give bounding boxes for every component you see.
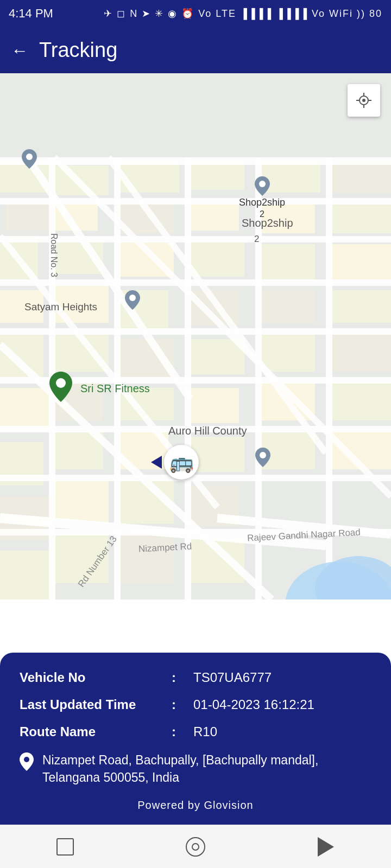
svg-point-85 — [24, 757, 29, 762]
svg-rect-4 — [0, 290, 43, 323]
svg-rect-30 — [190, 241, 244, 277]
svg-rect-63 — [255, 157, 262, 599]
svg-rect-41 — [261, 334, 315, 372]
status-bar: 4:14 PM ✈ ◻ N ➤ ✳ ◉ ⏰ Vo LTE ▐▐▐▐ ▐▐▐▐ V… — [0, 0, 391, 27]
address-pin-icon — [20, 752, 34, 775]
svg-rect-48 — [331, 334, 391, 372]
square-icon — [56, 838, 74, 856]
location-icon — [355, 92, 373, 109]
vehicle-info-panel: Vehicle No : TS07UA6777 Last Updated Tim… — [0, 653, 391, 825]
route-name-row: Route Name : R10 — [20, 724, 371, 739]
map-area: Shop2ship2 🚌 Road No. 3 Satyam Heights S… — [0, 73, 391, 599]
address-row: Nizampet Road, Bachupally, [Bachupally m… — [20, 751, 371, 786]
map-background — [0, 73, 391, 599]
address-text: Nizampet Road, Bachupally, [Bachupally m… — [42, 751, 371, 786]
route-name-value: R10 — [193, 724, 217, 739]
last-updated-label: Last Updated Time — [20, 697, 172, 712]
powered-by: Powered by Glovision — [20, 799, 371, 816]
last-updated-value: 01-04-2023 16:12:21 — [193, 697, 314, 712]
svg-rect-40 — [261, 290, 315, 323]
circle-inner-icon — [192, 843, 199, 851]
vehicle-no-value: TS07UA6777 — [193, 670, 272, 685]
vehicle-no-colon: : — [172, 670, 182, 685]
signal-icons: ✈ ◻ N ➤ ✳ ◉ ⏰ Vo LTE ▐▐▐▐ ▐▐▐▐ Vo WiFi )… — [104, 8, 382, 20]
svg-rect-64 — [326, 157, 332, 599]
svg-rect-33 — [190, 388, 239, 423]
last-updated-row: Last Updated Time : 01-04-2023 16:12:21 — [20, 697, 371, 712]
nav-home-button[interactable] — [180, 832, 211, 862]
route-name-label: Route Name — [20, 724, 172, 739]
circle-icon — [186, 837, 205, 857]
svg-rect-60 — [49, 157, 55, 599]
svg-rect-6 — [0, 388, 49, 431]
svg-rect-47 — [331, 290, 391, 323]
svg-point-75 — [362, 99, 365, 102]
location-button[interactable] — [348, 84, 380, 117]
svg-rect-2 — [5, 203, 49, 231]
back-button[interactable]: ← — [11, 42, 28, 59]
svg-rect-27 — [119, 534, 174, 583]
vehicle-no-row: Vehicle No : TS07UA6777 — [20, 670, 371, 685]
svg-rect-45 — [331, 203, 391, 233]
svg-rect-18 — [54, 534, 109, 583]
bottom-navigation — [0, 825, 391, 868]
svg-rect-49 — [331, 382, 391, 420]
svg-rect-29 — [190, 201, 239, 231]
svg-rect-9 — [0, 551, 54, 599]
status-icons: ✈ ◻ N ➤ ✳ ◉ ⏰ Vo LTE ▐▐▐▐ ▐▐▐▐ Vo WiFi )… — [104, 8, 382, 20]
page-title: Tracking — [39, 39, 117, 62]
nav-back-button[interactable] — [311, 832, 341, 862]
svg-rect-39 — [261, 244, 315, 279]
last-updated-colon: : — [172, 697, 182, 712]
app-header: ← Tracking — [0, 27, 391, 73]
svg-rect-34 — [190, 437, 244, 472]
nav-square-button[interactable] — [50, 832, 80, 862]
svg-rect-17 — [54, 480, 109, 524]
svg-rect-43 — [261, 431, 315, 469]
svg-rect-46 — [331, 244, 391, 279]
svg-rect-38 — [261, 203, 315, 233]
triangle-icon — [318, 837, 334, 857]
route-name-colon: : — [172, 724, 182, 739]
status-time: 4:14 PM — [9, 7, 53, 21]
vehicle-no-label: Vehicle No — [20, 670, 172, 685]
